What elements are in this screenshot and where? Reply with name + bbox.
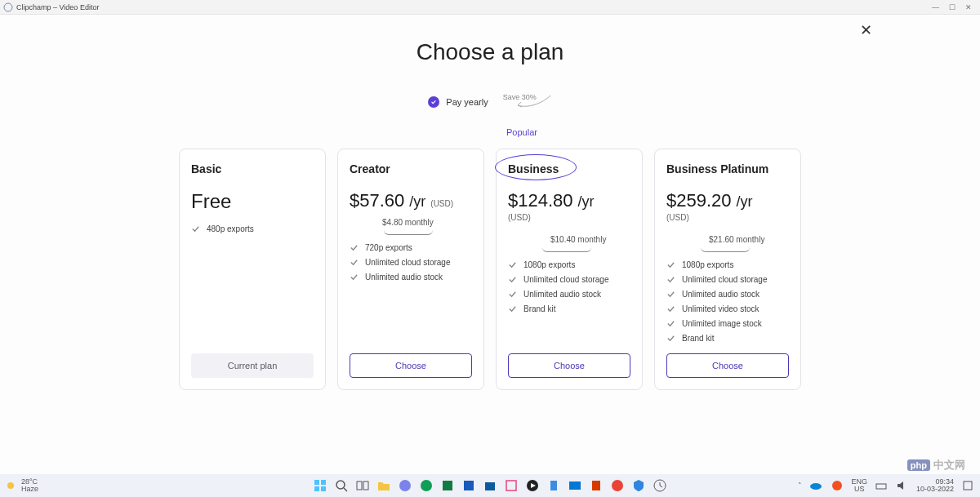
window-maximize-button[interactable]: ☐ bbox=[949, 3, 956, 11]
chrome-icon[interactable] bbox=[610, 478, 625, 493]
svg-point-20 bbox=[612, 480, 623, 491]
taskbar-weather[interactable]: 28°C Haze bbox=[5, 478, 38, 493]
pay-yearly-toggle[interactable]: Pay yearly bbox=[446, 97, 488, 107]
search-icon[interactable] bbox=[334, 478, 349, 493]
svg-rect-18 bbox=[569, 481, 581, 490]
plan-name: Business Platinum bbox=[666, 162, 789, 175]
plan-feature: Brand kit bbox=[508, 304, 630, 313]
plan-feature: 480p exports bbox=[191, 224, 314, 233]
taskbar-center bbox=[313, 478, 667, 493]
network-icon[interactable] bbox=[874, 478, 889, 493]
check-icon bbox=[508, 290, 517, 299]
svg-point-22 bbox=[810, 483, 822, 490]
plan-period: /yr bbox=[737, 193, 753, 211]
svg-point-11 bbox=[421, 480, 432, 491]
plan-currency: (USD) bbox=[666, 213, 789, 222]
plan-feature: 1080p exports bbox=[508, 260, 630, 269]
plan-card-business-platinum: Business Platinum$259.20/yr(USD)$21.60 m… bbox=[654, 149, 801, 390]
billing-period-row: Pay yearly Save 30% bbox=[0, 95, 980, 109]
window-minimize-button[interactable]: — bbox=[932, 3, 939, 11]
task-view-icon[interactable] bbox=[355, 478, 370, 493]
svg-point-0 bbox=[4, 3, 12, 11]
page-title: Choose a plan bbox=[0, 39, 980, 65]
calc-icon[interactable] bbox=[589, 478, 604, 493]
weather-cond: Haze bbox=[21, 486, 38, 493]
svg-rect-15 bbox=[506, 481, 516, 490]
plan-feature: 1080p exports bbox=[666, 260, 789, 269]
window-titlebar: Clipchamp – Video Editor — ☐ ✕ bbox=[0, 0, 980, 15]
chat-icon[interactable] bbox=[398, 478, 412, 493]
choose-plan-button[interactable]: Choose bbox=[666, 353, 789, 378]
window-close-button[interactable]: ✕ bbox=[965, 3, 972, 11]
choose-plan-button[interactable]: Choose bbox=[350, 353, 472, 378]
plan-feature: Brand kit bbox=[666, 334, 789, 343]
check-icon bbox=[508, 260, 517, 269]
svg-point-1 bbox=[7, 482, 14, 489]
plan-card-creator: Creator$57.60/yr(USD)$4.80 monthly720p e… bbox=[337, 149, 484, 390]
watermark-brand: php bbox=[907, 459, 930, 471]
svg-rect-25 bbox=[964, 481, 972, 490]
close-dialog-button[interactable]: ✕ bbox=[857, 18, 875, 42]
check-icon bbox=[666, 319, 675, 328]
svg-rect-2 bbox=[314, 480, 319, 485]
plan-feature: Unlimited audio stock bbox=[508, 290, 630, 299]
check-icon bbox=[666, 304, 675, 313]
pay-yearly-check-icon bbox=[428, 96, 439, 108]
svg-rect-4 bbox=[314, 486, 319, 491]
plan-feature: Unlimited audio stock bbox=[666, 290, 789, 299]
explorer-icon[interactable] bbox=[376, 478, 391, 493]
plan-price: Free bbox=[191, 190, 314, 213]
check-icon bbox=[508, 275, 517, 284]
onedrive-icon[interactable] bbox=[808, 478, 823, 493]
word-icon[interactable] bbox=[461, 478, 476, 493]
security-icon[interactable] bbox=[631, 478, 646, 493]
media-icon[interactable] bbox=[525, 478, 540, 493]
check-icon bbox=[350, 258, 359, 267]
plan-feature: Unlimited image stock bbox=[666, 319, 789, 328]
taskbar-lang-region: US bbox=[851, 486, 867, 493]
tray-chevron-icon[interactable]: ˄ bbox=[798, 481, 802, 490]
plan-price: $259.20 bbox=[666, 190, 732, 211]
check-icon bbox=[350, 243, 359, 252]
store-icon[interactable] bbox=[483, 478, 497, 493]
plan-name: Basic bbox=[191, 162, 314, 175]
popular-label: Popular bbox=[506, 127, 537, 137]
choose-plan-button[interactable]: Choose bbox=[508, 353, 630, 378]
svg-rect-19 bbox=[592, 481, 600, 490]
copilot-icon[interactable] bbox=[830, 478, 844, 493]
svg-line-7 bbox=[344, 488, 347, 491]
excel-icon[interactable] bbox=[440, 478, 455, 493]
plan-price-row: $259.20/yr bbox=[666, 190, 789, 211]
snip-icon[interactable] bbox=[504, 478, 519, 493]
volume-icon[interactable] bbox=[895, 478, 910, 493]
edge-icon[interactable] bbox=[419, 478, 434, 493]
taskbar-date: 10-03-2022 bbox=[916, 486, 954, 493]
clock-icon[interactable] bbox=[653, 478, 667, 493]
check-icon bbox=[666, 290, 675, 299]
plan-feature: Unlimited cloud storage bbox=[508, 275, 630, 284]
app-icon bbox=[3, 2, 13, 12]
notifications-icon[interactable] bbox=[960, 478, 975, 493]
plan-feature: Unlimited cloud storage bbox=[666, 275, 789, 284]
svg-point-6 bbox=[336, 481, 345, 489]
check-icon bbox=[508, 304, 517, 313]
tips-icon[interactable] bbox=[546, 478, 561, 493]
svg-rect-12 bbox=[443, 481, 452, 490]
current-plan-button: Current plan bbox=[191, 353, 314, 378]
divider bbox=[384, 230, 433, 235]
plan-price: $57.60 bbox=[350, 190, 404, 211]
svg-rect-14 bbox=[485, 482, 495, 490]
mail-icon[interactable] bbox=[568, 478, 582, 493]
divider bbox=[542, 247, 591, 252]
save-badge: Save 30% bbox=[503, 93, 537, 101]
plan-name: Business bbox=[508, 162, 630, 175]
plan-monthly: $21.60 monthly bbox=[709, 235, 789, 244]
start-button[interactable] bbox=[313, 478, 327, 493]
watermark-text: 中文网 bbox=[933, 458, 965, 473]
window-title: Clipchamp – Video Editor bbox=[16, 3, 99, 11]
plan-monthly: $10.40 monthly bbox=[550, 235, 630, 244]
plan-period: /yr bbox=[578, 193, 595, 211]
plan-name: Creator bbox=[350, 162, 472, 175]
svg-rect-5 bbox=[321, 486, 326, 491]
check-icon bbox=[350, 273, 359, 282]
